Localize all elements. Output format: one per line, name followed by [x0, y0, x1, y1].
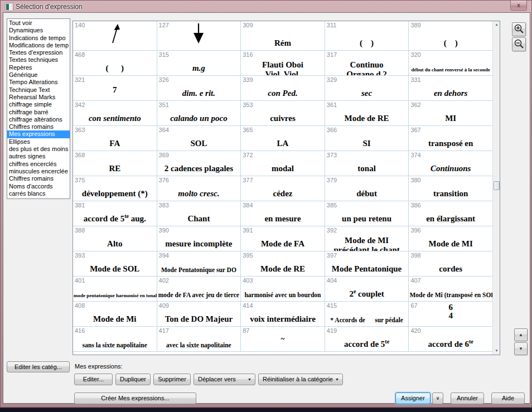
expression-cell[interactable]: 331en dehors	[409, 76, 492, 101]
duplicate-button[interactable]: Dupliquer	[115, 374, 151, 385]
expression-cell[interactable]: 468( )	[73, 51, 157, 76]
category-item[interactable]: chiffrage barré	[7, 109, 70, 116]
expression-cell[interactable]: 402mode de FA avec jeu de tierce	[157, 277, 241, 302]
zoom-in-button[interactable]	[512, 22, 526, 36]
page-down-button[interactable]: ▼	[514, 342, 528, 355]
category-item[interactable]: Mes expressions	[7, 130, 70, 138]
expression-cell[interactable]: 392Mode de MIprécédant le chant	[325, 226, 409, 251]
category-item[interactable]: Générique	[7, 71, 70, 79]
expression-cell[interactable]: 353cuivres	[241, 101, 325, 126]
category-item[interactable]: Chiffres romains	[7, 175, 70, 182]
expression-cell[interactable]: 3217.	[73, 76, 157, 101]
reset-to-category-dropdown[interactable]: Réinitialiser à la catégorie ▼	[258, 374, 343, 385]
move-to-dropdown[interactable]: Déplacer vers ▼	[194, 374, 255, 385]
expression-cell[interactable]: 389( )	[409, 21, 492, 51]
expression-cell[interactable]: 381accord de 5te aug.	[73, 201, 157, 226]
expression-cell[interactable]: 398cordes	[409, 251, 492, 277]
expression-cell[interactable]: 393Mode de SOL	[73, 251, 157, 277]
expression-cell[interactable]: 414voix intermédiaire	[241, 302, 325, 327]
expression-cell[interactable]: 87~	[241, 327, 325, 352]
expression-cell[interactable]: 388Alto	[73, 226, 157, 251]
category-item[interactable]: Tout voir	[7, 20, 70, 27]
expression-cell[interactable]: 375développement (*)	[73, 176, 157, 201]
category-item[interactable]: chiffres encerclés	[7, 161, 70, 168]
expression-cell[interactable]: 363FA	[73, 126, 157, 151]
expression-cell[interactable]: 395Mode de RE	[241, 251, 325, 277]
cancel-button[interactable]: Annuler	[451, 392, 484, 404]
expression-cell[interactable]: 417avec la sixte napolitaine	[157, 327, 241, 352]
expression-cell[interactable]: 409Ton de DO Majeur	[157, 302, 241, 327]
expression-cell[interactable]: 380transition	[409, 176, 492, 201]
expression-cell[interactable]: 374Continuons	[409, 151, 492, 176]
expression-cell[interactable]: 315m.g	[157, 51, 241, 76]
category-item[interactable]: chiffrage simple	[7, 101, 70, 108]
expression-cell[interactable]: 385un peu retenu	[325, 201, 409, 226]
expression-grid[interactable]: 140127309Rém311( )389( )468( )315m.g316F…	[73, 21, 492, 355]
category-item[interactable]: autres signes	[7, 153, 70, 160]
expression-cell[interactable]: 326dim. e rit.	[157, 76, 241, 101]
expression-cell[interactable]: 379début	[325, 176, 409, 201]
expression-cell[interactable]: 383Chant	[157, 201, 241, 226]
edit-button[interactable]: Editer...	[74, 374, 113, 385]
category-item[interactable]: Ellipses	[7, 138, 70, 146]
expression-cell[interactable]: 127	[157, 21, 241, 51]
expression-cell[interactable]: 367transposé en	[409, 126, 492, 151]
expression-cell[interactable]: 401mode pentatonique harmonisé en tonal	[73, 277, 157, 302]
category-item[interactable]: Modifications de temp	[7, 42, 70, 49]
category-item[interactable]: Indications de tempo	[7, 35, 70, 42]
scrollbar-thumb[interactable]	[494, 181, 500, 190]
scroll-down-icon[interactable]: ▼	[493, 347, 500, 355]
expression-cell[interactable]: 386en élargissant	[409, 201, 492, 226]
close-button[interactable]: x	[510, 1, 527, 11]
category-item[interactable]: Rehearsal Marks	[7, 94, 70, 101]
category-item[interactable]: des plus et des moins	[7, 146, 70, 153]
expression-cell[interactable]: 376molto cresc.	[157, 176, 241, 201]
expression-cell[interactable]: 384en mesure	[241, 201, 325, 226]
expression-cell[interactable]: 420accord de 6te	[409, 327, 492, 352]
assign-button[interactable]: Assigner	[395, 392, 431, 404]
scroll-up-icon[interactable]: ▲	[493, 21, 500, 28]
category-item[interactable]: Tempo Alterations	[7, 79, 70, 86]
expression-cell[interactable]: 320début du chant renversé à la seconde	[409, 51, 492, 76]
grid-scrollbar[interactable]: ▲ ▼	[492, 21, 500, 355]
expression-cell[interactable]: 4042e couplet	[325, 277, 409, 302]
category-list[interactable]: Tout voirDynamiquesIndications de tempoM…	[7, 18, 70, 199]
expression-cell[interactable]: 397Mode Pentatonique	[325, 251, 409, 277]
expression-cell[interactable]: 317ContinuoOrgano d 2	[325, 51, 409, 76]
expression-cell[interactable]: 365LA	[241, 126, 325, 151]
edit-categories-button[interactable]: Editer les catég...	[7, 361, 70, 372]
category-item[interactable]: Repères	[7, 64, 70, 71]
create-expressions-button[interactable]: Créer Mes expressions...	[74, 392, 196, 404]
expression-cell[interactable]: 311( )	[325, 21, 409, 51]
expression-cell[interactable]: 316Flauti OboiViol. Viol.	[241, 51, 325, 76]
expression-cell[interactable]: 309Rém	[241, 21, 325, 51]
expression-cell[interactable]: 394Mode Pentatonique sur DO	[157, 251, 241, 277]
expression-cell[interactable]: 407Mode de Mi (transposé en SOL)	[409, 277, 492, 302]
expression-cell[interactable]: 403harmonisé avec un bourdon	[241, 277, 325, 302]
expression-cell[interactable]: 351calando un poco	[157, 101, 241, 126]
expression-cell[interactable]: 419accord de 5te	[325, 327, 409, 352]
category-item[interactable]: Dynamiques	[7, 27, 70, 34]
expression-cell[interactable]: 377cédez	[241, 176, 325, 201]
expression-cell[interactable]: 3692 cadences plagales	[157, 151, 241, 176]
category-item[interactable]: Textes techniques	[7, 56, 70, 64]
expression-cell[interactable]: 368RE	[73, 151, 157, 176]
expression-cell[interactable]: 329sec	[325, 76, 409, 101]
category-item[interactable]: Noms d'accords	[7, 183, 70, 190]
expression-cell[interactable]: 364SOL	[157, 126, 241, 151]
category-item[interactable]: Textes d'expression	[7, 49, 70, 56]
expression-cell[interactable]: 342con sentimento	[73, 101, 157, 126]
expression-cell[interactable]: 415* Accords de sur pédale	[325, 302, 409, 327]
expression-cell[interactable]: 140	[73, 21, 157, 51]
expression-cell[interactable]: 408Mode de Mi	[73, 302, 157, 327]
category-item[interactable]: Chiffres romains	[7, 123, 70, 130]
expression-cell[interactable]: 390mesure incomplète	[157, 226, 241, 251]
expression-cell[interactable]: 339con Ped.	[241, 76, 325, 101]
help-button[interactable]: Aide	[491, 392, 525, 404]
category-item[interactable]: Technique Text	[7, 86, 70, 94]
expression-cell[interactable]: 372modal	[241, 151, 325, 176]
expression-cell[interactable]: 396Mode de MI	[409, 226, 492, 251]
category-item[interactable]: minuscules encerclée	[7, 168, 70, 175]
category-item[interactable]: chiffrage altérations	[7, 116, 70, 123]
expression-cell[interactable]: 361Mode de RE	[325, 101, 409, 126]
